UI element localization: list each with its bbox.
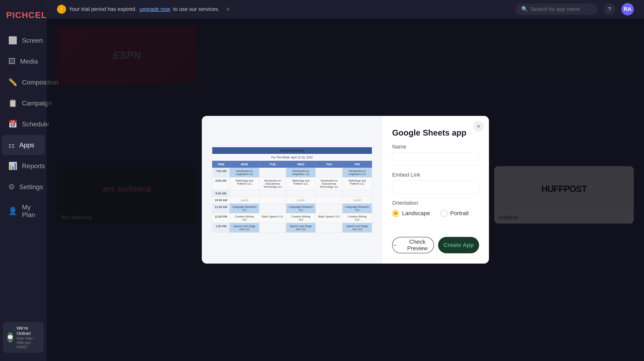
modal-preview-panel: College Schedule For The Week: April 12-… xyxy=(202,116,382,264)
data-cell: Introduction toLinguistics 111 xyxy=(342,168,372,177)
sidebar-item-label: Reports xyxy=(22,162,45,170)
spreadsheet-preview: College Schedule For The Week: April 12-… xyxy=(212,147,372,232)
orientation-landscape[interactable]: Landscape xyxy=(392,210,430,217)
check-preview-button[interactable]: ← Check Preview xyxy=(392,237,434,253)
name-label: Name xyxy=(392,144,479,150)
modal-form-panel: × Google Sheets app Name Embed Link Orie… xyxy=(382,116,489,264)
data-cell: Lunch xyxy=(230,197,259,204)
time-cell: 8:00 AM xyxy=(212,177,230,190)
modal-actions: ← Check Preview Create App xyxy=(392,237,479,253)
data-cell xyxy=(316,197,342,204)
sidebar-item-composition[interactable]: ✏️ Composition xyxy=(2,72,45,92)
screen-icon: ⬜ xyxy=(8,36,18,45)
preview-btn-label: Check Preview xyxy=(401,238,434,252)
sidebar-item-myplan[interactable]: 👤 My Plan xyxy=(2,198,45,224)
sidebar-item-screen[interactable]: ⬜ Screen xyxy=(2,30,45,50)
search-input[interactable] xyxy=(531,6,592,12)
chat-status: We're Online! xyxy=(16,326,40,336)
create-app-button[interactable]: Create App xyxy=(438,237,479,253)
embed-field-group: Embed Link xyxy=(392,172,479,194)
data-cell: Creative Writing112 xyxy=(342,213,372,223)
time-cell: 12:00 PM xyxy=(212,213,230,223)
data-cell: Creative Writing112 xyxy=(230,213,259,223)
data-cell: Speech and StageArts 112 xyxy=(342,223,372,232)
data-cell xyxy=(342,190,372,197)
create-btn-label: Create App xyxy=(444,242,474,248)
trial-close-button[interactable]: × xyxy=(226,6,230,13)
name-input[interactable] xyxy=(392,152,479,166)
sidebar-item-label: Settings xyxy=(19,183,43,191)
landscape-radio-outer xyxy=(392,210,399,217)
sidebar-item-apps[interactable]: ⚏ Apps xyxy=(2,135,45,155)
search-icon: 🔍 xyxy=(521,6,528,12)
sidebar-item-label: Schedule xyxy=(22,120,49,128)
orientation-portrait[interactable]: Portrait xyxy=(440,210,469,217)
sidebar-item-media[interactable]: 🖼 Media xyxy=(2,51,45,72)
orientation-options: Landscape Portrait xyxy=(392,210,479,217)
data-cell xyxy=(259,204,286,213)
data-cell: Speech and StageArts 112 xyxy=(230,223,259,232)
data-cell: Basic Speech 111 xyxy=(259,213,286,223)
data-cell: Language Research111 xyxy=(342,204,372,213)
data-cell: Language Research111 xyxy=(286,204,316,213)
landscape-label: Landscape xyxy=(402,210,430,216)
upgrade-link[interactable]: upgrade now xyxy=(140,6,170,12)
orientation-label: Orientation xyxy=(392,200,479,206)
data-cell: Introduction toLinguistics 111 xyxy=(230,168,259,177)
app-logo: PICHCEL xyxy=(0,6,47,30)
topbar: ! Your trial period has expired. upgrade… xyxy=(47,0,644,18)
data-cell: Basic Speech 111 xyxy=(316,213,342,223)
name-field-group: Name xyxy=(392,144,479,166)
help-button[interactable]: ? xyxy=(604,4,615,15)
data-cell: Introduction toEducationalTechnology 111 xyxy=(259,177,286,190)
data-cell: Mythology andFolklore 111 xyxy=(342,177,372,190)
apps-icon: ⚏ xyxy=(8,141,15,149)
data-cell: Introduction toLinguistics 111 xyxy=(286,168,316,177)
data-cell: Language Research111 xyxy=(230,204,259,213)
sidebar: PICHCEL ⬜ Screen 🖼 Media ✏️ Composition … xyxy=(0,0,47,361)
user-avatar[interactable]: RA xyxy=(622,3,634,16)
sidebar-item-label: Media xyxy=(20,58,38,65)
schedule-icon: 📅 xyxy=(8,120,18,128)
landscape-radio-inner xyxy=(394,211,398,215)
modal-title: Google Sheets app xyxy=(392,128,479,138)
trial-warning-icon: ! xyxy=(57,5,66,14)
reports-icon: 📊 xyxy=(8,162,18,170)
time-cell: 11:00 AM xyxy=(212,204,230,213)
sidebar-item-label: Apps xyxy=(19,141,34,149)
sidebar-item-campaign[interactable]: 📋 Campaign xyxy=(2,93,45,113)
chat-sub: How may I help you today? xyxy=(16,336,40,349)
sidebar-nav: ⬜ Screen 🖼 Media ✏️ Composition 📋 Campai… xyxy=(0,30,47,224)
search-bar[interactable]: 🔍 xyxy=(516,4,598,15)
chat-widget[interactable]: 💬 We're Online! How may I help you today… xyxy=(3,322,44,353)
modal-close-button[interactable]: × xyxy=(473,121,484,132)
sidebar-item-reports[interactable]: 📊 Reports xyxy=(2,156,45,176)
table-row: 8:00 AM Mythology andFolklore 111 Introd… xyxy=(212,177,372,190)
data-cell xyxy=(259,190,286,197)
modal-overlay: College Schedule For The Week: April 12-… xyxy=(47,18,644,361)
table-row: 7:00 AM Introduction toLinguistics 111 I… xyxy=(212,168,372,177)
data-cell xyxy=(286,190,316,197)
settings-icon: ⚙ xyxy=(8,182,15,191)
embed-input[interactable] xyxy=(392,180,479,194)
col-mon: MON xyxy=(230,160,259,168)
table-row: 9:00 AM xyxy=(212,190,372,197)
sidebar-item-settings[interactable]: ⚙ Settings xyxy=(2,177,45,197)
trial-banner: ! Your trial period has expired. upgrade… xyxy=(57,5,510,14)
data-cell: Mythology andFolklore 111 xyxy=(230,177,259,190)
table-row: 11:00 AM Language Research111 Language R… xyxy=(212,204,372,213)
sidebar-item-schedule[interactable]: 📅 Schedule xyxy=(2,114,45,134)
google-sheets-modal: College Schedule For The Week: April 12-… xyxy=(202,116,489,264)
col-time: TIME xyxy=(212,160,230,168)
embed-label: Embed Link xyxy=(392,172,479,178)
sidebar-item-label: My Plan xyxy=(22,204,38,219)
data-cell: Lunch xyxy=(286,197,316,204)
main-content: ! Your trial period has expired. upgrade… xyxy=(47,0,644,361)
col-tue: TUE xyxy=(259,160,286,168)
sidebar-item-label: Screen xyxy=(22,37,43,44)
table-row: 10:00 AM Lunch Lunch Lunch xyxy=(212,197,372,204)
close-icon: × xyxy=(477,123,480,130)
help-icon: ? xyxy=(608,6,611,12)
time-cell: 10:00 AM xyxy=(212,197,230,204)
time-cell: 7:00 AM xyxy=(212,168,230,177)
